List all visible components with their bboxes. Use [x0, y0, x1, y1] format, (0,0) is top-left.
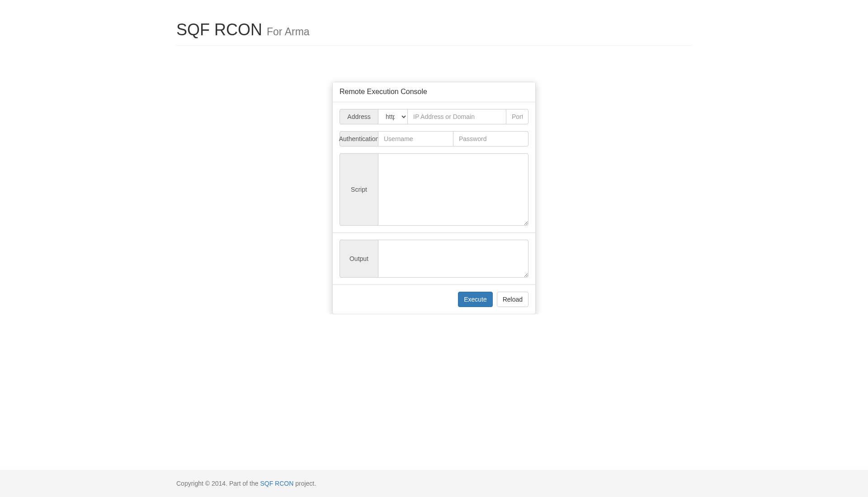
auth-label: Authentication: [340, 131, 378, 147]
panel-footer: Execute Reload: [333, 284, 535, 314]
port-input[interactable]: [506, 109, 528, 124]
page-header: SQF RCON For Arma: [176, 18, 692, 46]
password-input[interactable]: [453, 131, 528, 147]
address-group: Address http://: [340, 109, 528, 124]
script-group: Script: [340, 153, 528, 226]
protocol-select[interactable]: http://: [378, 109, 408, 124]
script-label: Script: [340, 153, 378, 226]
panel-title: Remote Execution Console: [340, 87, 528, 97]
console-panel: Remote Execution Console Address http://…: [332, 82, 536, 314]
execute-button[interactable]: Execute: [458, 292, 493, 307]
panel-body-inputs: Address http:// Authentication Script: [333, 102, 535, 232]
panel-heading: Remote Execution Console: [333, 82, 535, 102]
auth-group: Authentication: [340, 131, 528, 147]
script-textarea[interactable]: [378, 153, 528, 226]
ip-address-input[interactable]: [407, 109, 506, 124]
page-subtitle: For Arma: [267, 26, 310, 38]
reload-button[interactable]: Reload: [497, 292, 528, 307]
address-label: Address: [340, 109, 378, 124]
title-text: SQF RCON: [176, 20, 262, 39]
panel-body-output: Output: [333, 232, 535, 284]
page-title: SQF RCON For Arma: [176, 18, 692, 41]
output-textarea[interactable]: [378, 240, 528, 278]
username-input[interactable]: [378, 131, 453, 147]
output-label: Output: [340, 240, 378, 278]
output-group: Output: [340, 240, 528, 278]
